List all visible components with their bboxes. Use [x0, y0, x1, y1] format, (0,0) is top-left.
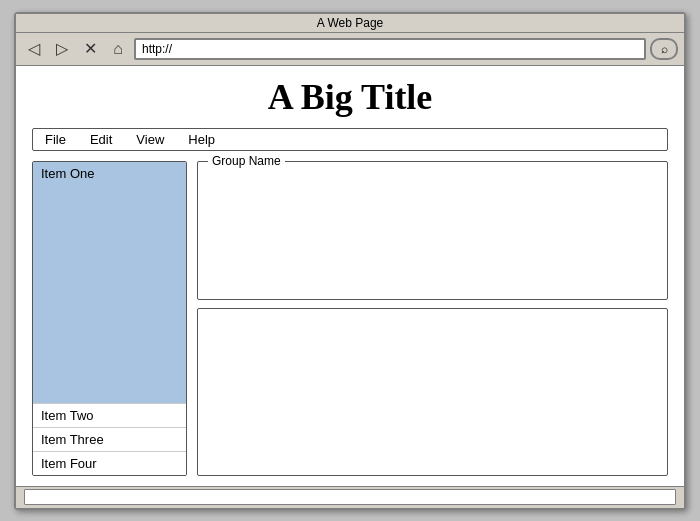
list-item-one[interactable]: Item One	[33, 162, 186, 404]
title-bar: A Web Page	[16, 14, 684, 33]
toolbar: ◁ ▷ ✕ ⌂ ⌕	[16, 33, 684, 66]
menu-view[interactable]: View	[132, 131, 168, 148]
list-item-two[interactable]: Item Two	[33, 404, 186, 428]
forward-button[interactable]: ▷	[50, 37, 74, 61]
menu-help[interactable]: Help	[184, 131, 219, 148]
browser-window: A Web Page ◁ ▷ ✕ ⌂ ⌕ A Big Title File Ed…	[14, 12, 686, 510]
group-box: Group Name	[197, 161, 668, 301]
search-icon: ⌕	[661, 42, 668, 56]
list-item-four[interactable]: Item Four	[33, 452, 186, 475]
menu-file[interactable]: File	[41, 131, 70, 148]
list-item-three[interactable]: Item Three	[33, 428, 186, 452]
left-panel: Item One Item Two Item Three Item Four	[32, 161, 187, 476]
page-content: A Big Title File Edit View Help Item One…	[16, 66, 684, 486]
status-field	[24, 489, 676, 505]
home-button[interactable]: ⌂	[106, 37, 130, 61]
window-title: A Web Page	[317, 16, 384, 30]
right-panel: Group Name	[197, 161, 668, 476]
content-box	[197, 308, 668, 475]
back-button[interactable]: ◁	[22, 37, 46, 61]
forward-icon: ▷	[56, 39, 68, 58]
menu-bar: File Edit View Help	[32, 128, 668, 151]
status-bar	[16, 486, 684, 508]
back-icon: ◁	[28, 39, 40, 58]
main-layout: Item One Item Two Item Three Item Four G…	[32, 161, 668, 476]
search-button[interactable]: ⌕	[650, 38, 678, 60]
page-title: A Big Title	[32, 76, 668, 118]
stop-icon: ✕	[84, 39, 97, 58]
home-icon: ⌂	[113, 40, 123, 58]
menu-edit[interactable]: Edit	[86, 131, 116, 148]
address-bar[interactable]	[134, 38, 646, 60]
group-box-label: Group Name	[208, 154, 285, 168]
stop-button[interactable]: ✕	[78, 37, 102, 61]
